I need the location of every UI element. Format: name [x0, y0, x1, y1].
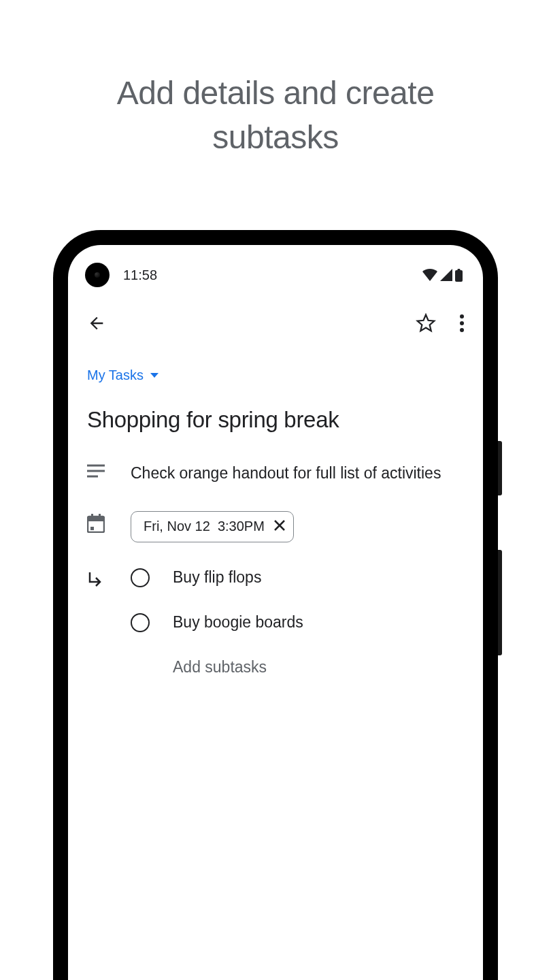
clear-date-button[interactable] — [273, 519, 286, 535]
svg-point-4 — [460, 328, 464, 332]
subtask-section: Buy flip flops Buy boogie boards Add sub… — [87, 568, 464, 676]
app-header — [68, 293, 483, 340]
star-button[interactable] — [416, 313, 436, 333]
arrow-left-icon — [87, 314, 106, 333]
task-details-text[interactable]: Check orange handout for full list of ac… — [131, 461, 464, 485]
notes-icon — [87, 461, 105, 478]
status-time: 11:58 — [123, 267, 157, 283]
task-list-selector[interactable]: My Tasks — [87, 368, 464, 383]
cellular-icon — [440, 269, 452, 281]
task-details-row: Check orange handout for full list of ac… — [87, 461, 464, 485]
svg-rect-9 — [88, 517, 104, 521]
close-icon — [273, 519, 286, 532]
subtask-arrow-icon — [87, 571, 103, 590]
task-content: My Tasks Shopping for spring break Check… — [68, 340, 483, 676]
camera-hole — [85, 263, 110, 287]
add-subtask-button[interactable]: Add subtasks — [131, 658, 464, 676]
phone-screen: 11:58 — [68, 245, 483, 980]
due-date-text: Fri, Nov 12 3:30PM — [144, 519, 265, 534]
phone-side-button — [498, 550, 502, 655]
svg-point-2 — [460, 314, 464, 318]
subtask-text: Buy boogie boards — [173, 613, 303, 632]
status-bar-left: 11:58 — [85, 263, 157, 287]
subtask-item[interactable]: Buy flip flops — [131, 568, 464, 587]
svg-rect-10 — [91, 514, 93, 518]
star-outline-icon — [416, 313, 436, 333]
subtask-checkbox[interactable] — [131, 613, 150, 632]
chevron-down-icon — [150, 373, 158, 378]
subtask-item[interactable]: Buy boogie boards — [131, 613, 464, 632]
task-date-row: Fri, Nov 12 3:30PM — [87, 511, 464, 542]
task-list-name: My Tasks — [87, 368, 144, 383]
phone-inner-border: 11:58 — [66, 243, 485, 980]
due-date-chip[interactable]: Fri, Nov 12 3:30PM — [131, 511, 294, 542]
svg-rect-1 — [458, 269, 461, 271]
promo-line-1: Add details and create — [117, 75, 435, 111]
camera-lens — [95, 272, 100, 278]
task-title[interactable]: Shopping for spring break — [87, 407, 464, 433]
status-bar-right — [422, 269, 463, 282]
svg-rect-12 — [90, 527, 94, 530]
wifi-icon — [422, 269, 437, 281]
svg-rect-0 — [455, 270, 463, 282]
subtask-text: Buy flip flops — [173, 568, 261, 587]
phone-frame: 11:58 — [53, 230, 498, 980]
subtask-checkbox[interactable] — [131, 568, 150, 587]
promo-line-2: subtasks — [212, 119, 338, 155]
more-options-button[interactable] — [460, 314, 464, 332]
add-subtask-label: Add subtasks — [173, 658, 267, 676]
more-vertical-icon — [460, 314, 464, 332]
back-button[interactable] — [87, 314, 106, 333]
calendar-icon — [87, 511, 105, 533]
battery-icon — [455, 269, 463, 282]
promo-headline: Add details and create subtasks — [0, 0, 551, 160]
svg-rect-11 — [99, 514, 101, 518]
subtask-list: Buy flip flops Buy boogie boards Add sub… — [131, 568, 464, 676]
status-bar: 11:58 — [68, 245, 483, 293]
phone-side-button — [498, 441, 502, 495]
svg-point-3 — [460, 321, 464, 325]
